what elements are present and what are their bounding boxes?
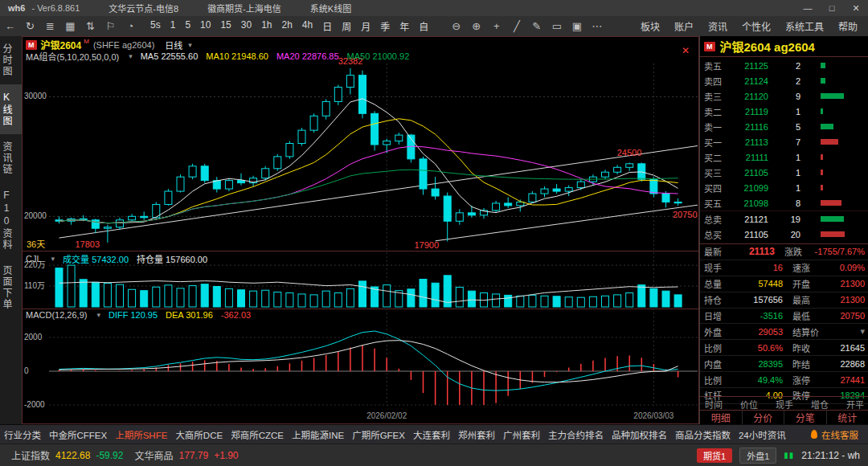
- quote-symbol-title[interactable]: 沪银2604 ag2604: [720, 38, 815, 55]
- online-service[interactable]: 在线客服: [811, 428, 858, 441]
- period-button-自[interactable]: 自: [414, 19, 433, 33]
- period-button-季[interactable]: 季: [375, 19, 395, 33]
- exchange-tab-品种加权排名[interactable]: 品种加权排名: [608, 428, 671, 441]
- period-button-周[interactable]: 周: [337, 19, 356, 33]
- period-button-1h[interactable]: 1h: [256, 19, 276, 33]
- ladder-totals: 总卖2112119总买2110520: [700, 211, 868, 242]
- sidebar-tab-F10资料[interactable]: F10资料: [0, 182, 22, 258]
- exchange-tab-广州套利[interactable]: 广州套利: [499, 428, 544, 441]
- info-label: 结算价: [792, 325, 826, 338]
- period-button-15[interactable]: 15: [215, 19, 235, 33]
- flag-icon[interactable]: ⚐: [100, 20, 121, 32]
- alert-icon[interactable]: ◔: [121, 20, 141, 32]
- sidebar-tab-K线图[interactable]: K线图: [0, 84, 22, 134]
- info-value: 22868: [826, 359, 865, 369]
- exchange-tab-广期所GFEX[interactable]: 广期所GFEX: [348, 428, 409, 441]
- layout-icon[interactable]: ▣: [567, 20, 587, 32]
- volume-bar: [821, 170, 823, 175]
- bid-row[interactable]: 买三211051: [700, 165, 868, 180]
- period-button-5[interactable]: 5: [180, 19, 195, 33]
- period-button-年[interactable]: 年: [395, 19, 414, 33]
- trendline-icon[interactable]: ╱: [506, 20, 526, 32]
- period-button-日[interactable]: 日: [317, 19, 337, 33]
- bid-price: 21098: [730, 198, 768, 208]
- sidebar-tab-页面下单[interactable]: 页面下单: [0, 258, 22, 317]
- quote-tab-分价[interactable]: 分价: [743, 411, 785, 424]
- quote-list-icon[interactable]: ≣: [40, 20, 60, 32]
- zoom-in-icon[interactable]: ⊕: [466, 20, 486, 32]
- kline-chart[interactable]: 2026/02/022026/03/0330000200003238217803…: [22, 36, 699, 424]
- period-button-5s[interactable]: 5s: [145, 19, 166, 33]
- menu-个性化[interactable]: 个性化: [735, 19, 778, 33]
- exchange-tab-上期所SHFE[interactable]: 上期所SHFE: [111, 428, 171, 441]
- exchange-tab-郑商所CZCE[interactable]: 郑商所CZCE: [227, 428, 288, 441]
- info-label: 比例: [704, 341, 733, 354]
- totals-label: 总卖: [704, 213, 730, 226]
- quote-tab-明细[interactable]: 明细: [700, 411, 743, 424]
- ask-row[interactable]: 卖二211191: [700, 104, 868, 119]
- crosshair-icon[interactable]: +: [486, 20, 506, 32]
- exchange-tab-24小时资讯[interactable]: 24小时资讯: [735, 428, 790, 441]
- macd-header-dropdown-icon[interactable]: ▾: [96, 311, 100, 319]
- exchange-tab-商品分类指数[interactable]: 商品分类指数: [671, 428, 735, 441]
- status-right: 期货1 外盘1 ▮▮ 21:21:12 - wh: [697, 448, 860, 464]
- close-icon[interactable]: ✕: [844, 0, 868, 16]
- vol-header-dropdown-icon[interactable]: ▾: [51, 255, 55, 263]
- period-button-月[interactable]: 月: [356, 19, 375, 33]
- overseas-connection-badge[interactable]: 外盘1: [739, 448, 776, 464]
- sidebar-tab-资讯链[interactable]: 资讯链: [0, 134, 22, 182]
- exchange-tab-上期能源INE[interactable]: 上期能源INE: [288, 428, 348, 441]
- info-label: 涨跌: [784, 245, 815, 258]
- ask-row[interactable]: 卖一211165: [700, 119, 868, 134]
- chart-grid-icon[interactable]: ▦: [60, 20, 80, 32]
- refresh-icon[interactable]: ↻: [20, 20, 40, 32]
- ask-row[interactable]: 卖五211252: [700, 58, 868, 73]
- exchange-tab-大连套利[interactable]: 大连套利: [409, 428, 454, 441]
- draw-icon[interactable]: ✎: [526, 20, 547, 32]
- menu-账户[interactable]: 账户: [667, 19, 701, 33]
- rect-select-icon[interactable]: ▭: [547, 20, 567, 32]
- quote-tab-分笔[interactable]: 分笔: [784, 411, 827, 424]
- exchange-tab-中金所CFFEX[interactable]: 中金所CFFEX: [45, 428, 111, 441]
- period-button-4h[interactable]: 4h: [297, 19, 317, 33]
- exchange-tab-主力合约排名[interactable]: 主力合约排名: [544, 428, 608, 441]
- exchange-tab-行业分类[interactable]: 行业分类: [0, 428, 45, 441]
- bid-row[interactable]: 买一211137: [700, 134, 868, 149]
- compare-icon[interactable]: ⇅: [80, 20, 100, 32]
- svg-text:17803: 17803: [75, 239, 100, 249]
- chart-panel: 2026/02/022026/03/0330000200003238217803…: [22, 36, 699, 424]
- sidebar-tab-分时图[interactable]: 分时图: [0, 36, 22, 84]
- bid-row[interactable]: 买五210988: [700, 195, 868, 211]
- period-button-1[interactable]: 1: [166, 19, 181, 33]
- period-button-30[interactable]: 30: [236, 19, 256, 33]
- exchange-tab-郑州套利[interactable]: 郑州套利: [454, 428, 499, 441]
- ask-row[interactable]: 卖四211242: [700, 73, 868, 88]
- svg-text:-2000: -2000: [24, 400, 45, 409]
- more-icon[interactable]: ⋯: [587, 20, 607, 32]
- cloud-node[interactable]: 文华云节点-电信8: [108, 2, 178, 14]
- menu-帮助[interactable]: 帮助: [831, 19, 865, 33]
- bid-row[interactable]: 买二211111: [700, 149, 868, 165]
- page-name[interactable]: 系统K线图: [310, 2, 351, 14]
- period-button-10[interactable]: 10: [195, 19, 215, 33]
- maximize-icon[interactable]: □: [820, 0, 844, 16]
- ma-settings-label[interactable]: MA组合(5,10,20,50,0,0): [26, 50, 119, 63]
- broker-line[interactable]: 徽商期货-上海电信: [207, 2, 281, 14]
- futures-connection-badge[interactable]: 期货1: [697, 448, 732, 463]
- minimize-icon[interactable]: —: [796, 0, 820, 16]
- exchange-tab-大商所DCE[interactable]: 大商所DCE: [171, 428, 227, 441]
- bid-row[interactable]: 买四210991: [700, 180, 868, 195]
- ask-row[interactable]: 卖三211209: [700, 88, 868, 104]
- ma-dropdown-icon[interactable]: ▾: [129, 52, 133, 60]
- chevron-down-icon[interactable]: ▾: [188, 41, 192, 49]
- menu-系统工具[interactable]: 系统工具: [778, 19, 831, 33]
- menu-板块[interactable]: 板块: [633, 19, 667, 33]
- close-chart-icon[interactable]: ✕: [682, 46, 690, 55]
- zoom-out-icon[interactable]: ⊖: [446, 20, 466, 32]
- period-button-2h[interactable]: 2h: [277, 19, 297, 33]
- menu-资讯[interactable]: 资讯: [701, 19, 735, 33]
- quote-tab-统计[interactable]: 统计: [827, 411, 868, 424]
- quote-header: M 沪银2604 ag2604: [700, 36, 868, 57]
- back-icon[interactable]: ←: [0, 20, 20, 32]
- window-controls: — □ ✕: [796, 0, 868, 16]
